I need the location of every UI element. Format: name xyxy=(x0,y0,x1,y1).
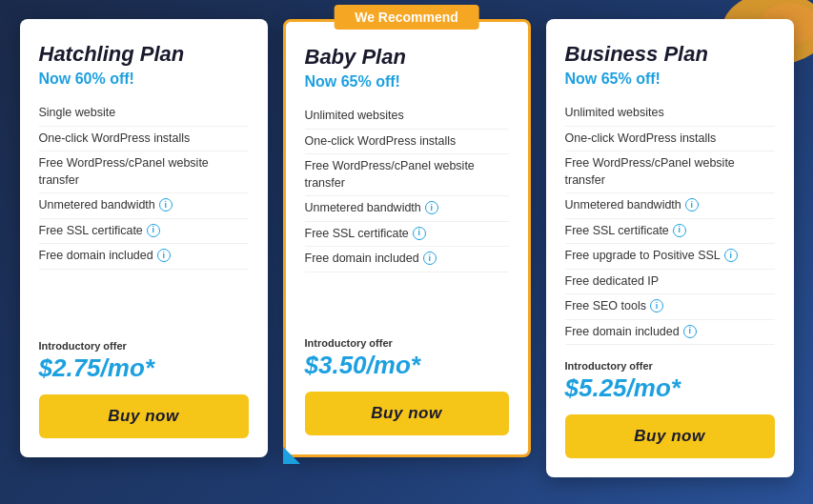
list-item: Unmetered bandwidthi xyxy=(305,196,509,222)
buy-button-baby[interactable]: Buy now xyxy=(305,392,509,435)
plan-discount-hatchling: Now 60% off! xyxy=(39,71,249,88)
introductory-label-hatchling: Introductory offer xyxy=(39,340,249,352)
plan-discount-baby: Now 65% off! xyxy=(305,73,509,91)
info-icon[interactable]: i xyxy=(425,201,438,214)
list-item: Unmetered bandwidthi xyxy=(565,193,775,219)
list-item: One-click WordPress installs xyxy=(565,127,775,152)
info-icon[interactable]: i xyxy=(683,325,697,338)
plan-discount-business: Now 65% off! xyxy=(565,71,775,88)
info-icon[interactable]: i xyxy=(147,224,160,237)
list-item: Unlimited websites xyxy=(565,101,775,127)
info-icon[interactable]: i xyxy=(685,198,699,212)
list-item: Free domain includedi xyxy=(39,244,249,270)
page-wrapper: Hatchling Plan Now 60% off! Single websi… xyxy=(0,0,813,504)
list-item: Free domain includedi xyxy=(305,247,509,272)
info-icon[interactable]: i xyxy=(423,252,437,265)
features-list-baby: Unlimited websites One-click WordPress i… xyxy=(305,104,509,297)
list-item: Free SSL certificatei xyxy=(565,219,775,245)
info-icon[interactable]: i xyxy=(650,299,663,312)
list-item: Free SSL certificatei xyxy=(305,222,509,248)
list-item: Free domain includedi xyxy=(565,320,775,346)
buy-button-hatchling[interactable]: Buy now xyxy=(39,394,249,438)
list-item: Free WordPress/cPanel website transfer xyxy=(565,151,775,193)
plan-title-hatchling: Hatchling Plan xyxy=(39,42,249,67)
list-item: Free upgrade to Positive SSLi xyxy=(565,244,775,270)
introductory-label-business: Introductory offer xyxy=(565,360,775,372)
plan-card-business: Business Plan Now 65% off! Unlimited web… xyxy=(546,19,794,477)
features-list-hatchling: Single website One-click WordPress insta… xyxy=(39,101,249,297)
plan-title-baby: Baby Plan xyxy=(305,45,509,70)
recommend-badge: We Recommend xyxy=(334,5,479,30)
list-item: Free dedicated IP xyxy=(565,270,775,295)
list-item: Free WordPress/cPanel website transfer xyxy=(39,151,249,193)
list-item: Free WordPress/cPanel website transfer xyxy=(305,154,509,196)
list-item: One-click WordPress installs xyxy=(39,127,249,152)
buy-button-business[interactable]: Buy now xyxy=(565,414,775,458)
recommended-deco xyxy=(283,447,300,464)
list-item: Free SEO toolsi xyxy=(565,294,775,320)
info-icon[interactable]: i xyxy=(159,198,173,212)
info-icon[interactable]: i xyxy=(724,249,738,262)
plan-price-business: $5.25/mo* xyxy=(565,373,775,403)
plan-card-hatchling: Hatchling Plan Now 60% off! Single websi… xyxy=(20,19,268,457)
plan-price-hatchling: $2.75/mo* xyxy=(39,353,249,383)
plan-price-baby: $3.50/mo* xyxy=(305,351,509,380)
features-list-business: Unlimited websites One-click WordPress i… xyxy=(565,101,775,345)
list-item: Free SSL certificatei xyxy=(39,219,249,245)
info-icon[interactable]: i xyxy=(157,249,171,262)
list-item: One-click WordPress installs xyxy=(305,130,509,155)
list-item: Single website xyxy=(39,101,249,127)
list-item: Unlimited websites xyxy=(305,104,509,130)
plan-title-business: Business Plan xyxy=(565,42,775,67)
list-item: Unmetered bandwidthi xyxy=(39,193,249,219)
info-icon[interactable]: i xyxy=(413,227,426,240)
plan-card-baby: We Recommend Baby Plan Now 65% off! Unli… xyxy=(283,19,531,457)
info-icon[interactable]: i xyxy=(673,224,686,237)
introductory-label-baby: Introductory offer xyxy=(305,337,509,349)
plans-container: Hatchling Plan Now 60% off! Single websi… xyxy=(12,19,802,477)
